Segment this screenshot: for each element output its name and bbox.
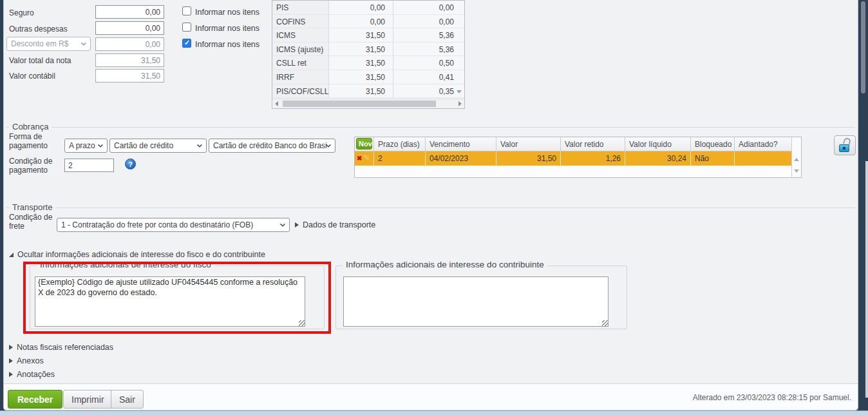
cell-valor: 31,50 (496, 151, 561, 166)
valor-total-label: Valor total da nota (9, 56, 71, 65)
parcelas-table: Novo Prazo (dias) Vencimento Valor Valor… (354, 137, 802, 178)
condicao-pagamento-label: Condição de pagamento (9, 157, 57, 175)
informar-itens-checkbox-2[interactable] (182, 23, 191, 32)
column-header-adiantado: Adiantado? (735, 137, 793, 151)
condicao-frete-label: Condição de frete (9, 213, 54, 231)
horizontal-scrollbar[interactable] (272, 99, 464, 108)
collapsed-arrow-icon (9, 372, 13, 377)
imprimir-button[interactable]: Imprimir (63, 390, 113, 409)
desconto-input[interactable]: 0,00 (95, 37, 164, 51)
cell-valor-retido: 1,26 (561, 151, 625, 166)
cell-adiantado (735, 151, 793, 166)
receber-button[interactable]: Receber (8, 390, 62, 409)
status-text: Alterado em 23/03/2023 08:28:15 por Samu… (693, 393, 851, 402)
dados-transporte-toggle[interactable]: Dados de transporte (295, 220, 375, 229)
collapsed-arrow-icon (9, 358, 13, 363)
anexos-toggle[interactable]: Anexos (9, 356, 44, 365)
column-header-vencimento: Vencimento (426, 137, 496, 151)
table-row: CSLL ret 31,50 0,50 (272, 56, 464, 70)
help-icon[interactable]: ? (125, 159, 136, 169)
chevron-down-icon (280, 222, 285, 227)
table-row[interactable]: ✖✎ 2 04/02/2023 31,50 1,26 30,24 Não (355, 151, 793, 166)
table-row: ICMS 31,50 5,36 (272, 28, 464, 43)
edit-row-icon[interactable]: ✎ (363, 153, 370, 162)
column-header-prazo: Prazo (dias) (374, 137, 426, 151)
scroll-up-icon[interactable] (794, 158, 799, 161)
anotacoes-toggle[interactable]: Anotações (9, 370, 55, 379)
informar-itens-label-1: Informar nos itens (195, 8, 259, 17)
valor-total-input: 31,50 (95, 53, 164, 67)
parcelas-table-header: Novo Prazo (dias) Vencimento Valor Valor… (355, 137, 793, 151)
transporte-legend: Transporte (9, 202, 55, 212)
informar-itens-checkbox-3[interactable] (182, 39, 191, 48)
scroll-down-icon[interactable] (794, 169, 799, 173)
footer-bar: Receber Imprimir Sair Alterado em 23/03/… (4, 383, 858, 410)
informar-itens-checkbox-1[interactable] (182, 6, 191, 15)
cell-prazo: 2 (374, 151, 426, 166)
table-row: COFINS 0,00 0,00 (272, 15, 464, 29)
forma-pagamento-select-2[interactable]: Cartão de crédito (109, 139, 207, 153)
column-header-valor: Valor (496, 137, 561, 151)
valor-contabil-label: Valor contábil (9, 72, 55, 81)
tax-summary-table: PIS 0,00 0,00 COFINS 0,00 0,00 ICMS 31,5… (272, 0, 465, 109)
transporte-section: Transporte (6, 208, 855, 208)
fisco-legend: Informações adicionais de interesse do f… (37, 260, 214, 269)
condicao-pagamento-input[interactable]: 2 (64, 159, 114, 172)
row-actions-cell: ✖✎ (355, 151, 374, 166)
desconto-select[interactable]: Desconto em R$ (6, 37, 91, 51)
outras-despesas-input[interactable]: 0,00 (95, 21, 164, 35)
sair-button[interactable]: Sair (111, 390, 144, 409)
scroll-down-icon[interactable] (457, 90, 462, 93)
vertical-scrollbar[interactable] (791, 137, 801, 177)
valor-contabil-input: 31,50 (95, 69, 164, 82)
forma-pagamento-select-3[interactable]: Cartão de crédito Banco do Brasi (209, 139, 335, 153)
outras-despesas-label: Outras despesas (9, 24, 68, 34)
notas-fiscais-referenciadas-toggle[interactable]: Notas fiscais referenciadas (9, 343, 113, 352)
contribuinte-legend: Informações adicionais de interesse do c… (343, 260, 547, 269)
cobranca-legend: Cobrança (9, 122, 52, 131)
condicao-frete-select[interactable]: 1 - Contratação do frete por conta do de… (57, 218, 290, 232)
cell-vencimento: 04/02/2023 (426, 151, 496, 166)
scroll-left-icon[interactable] (275, 101, 278, 106)
cobranca-section: Cobrança (6, 127, 855, 128)
table-row: PIS 0,00 0,00 (272, 1, 464, 15)
table-row: PIS/COF/CSLL... 31,50 0,35 (272, 84, 464, 99)
delete-row-icon[interactable]: ✖ (357, 155, 362, 162)
forma-pagamento-select-1[interactable]: A prazo (64, 139, 108, 153)
page-scrollbar-thumb[interactable] (861, 1, 865, 93)
chevron-down-icon (197, 142, 202, 148)
scrollbar-thumb[interactable] (283, 101, 436, 107)
cell-bloqueado: Não (691, 151, 735, 166)
column-header-bloqueado: Bloqueado (691, 137, 735, 151)
seguro-label: Seguro (9, 8, 34, 17)
table-row: ICMS (ajuste) 31,50 5,36 (272, 43, 464, 57)
unlock-button[interactable] (834, 135, 856, 155)
ocultar-informacoes-toggle[interactable]: Ocultar informações adicionais de intere… (9, 250, 265, 259)
browser-scrollbar-edge (865, 161, 868, 398)
scroll-right-icon[interactable] (458, 101, 462, 106)
novo-button[interactable]: Novo (356, 138, 372, 150)
invoice-form-panel: Seguro 0,00 Outras despesas 0,00 Descont… (3, 0, 858, 410)
seguro-input[interactable]: 0,00 (95, 5, 164, 19)
table-row: IRRF 31,50 0,41 (272, 70, 464, 84)
chevron-down-icon (81, 41, 86, 46)
forma-pagamento-label: Forma de pagamento (9, 132, 57, 151)
collapsed-arrow-icon (9, 345, 13, 350)
invoice-form-page: { "colors": { "page_bg": "#2e4154", "acc… (0, 0, 868, 415)
collapsed-arrow-icon (295, 222, 299, 227)
expanded-arrow-icon (9, 253, 14, 257)
informar-itens-label-3: Informar nos itens (195, 40, 259, 49)
chevron-down-icon (98, 142, 103, 148)
column-header-valor-liquido: Valor líquido (625, 137, 691, 151)
novo-cell: Novo (355, 137, 374, 151)
fisco-textarea[interactable]: {Exemplo} Código de ajuste utilizado UF0… (35, 276, 305, 327)
column-header-valor-retido: Valor retido (561, 137, 625, 151)
contribuinte-textarea[interactable] (343, 276, 609, 327)
informar-itens-label-2: Informar nos itens (195, 24, 259, 33)
cell-valor-liquido: 30,24 (625, 151, 691, 166)
window-bottom-strip (0, 410, 868, 415)
